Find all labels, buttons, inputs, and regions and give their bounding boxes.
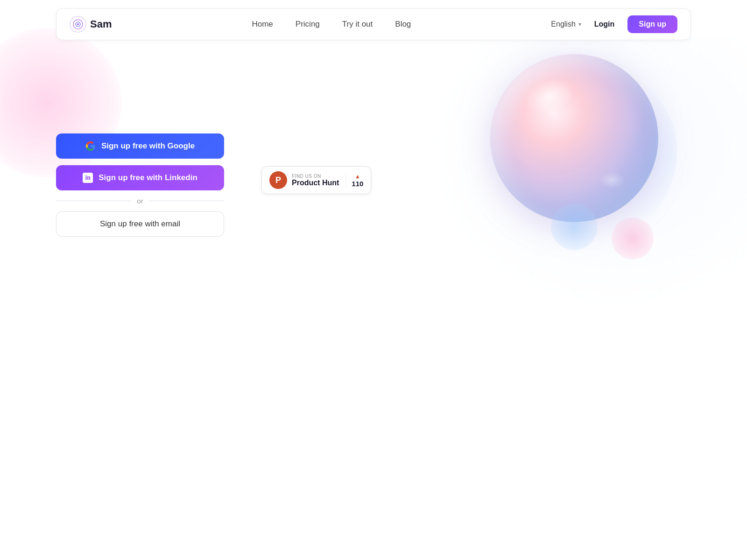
logo-icon	[70, 16, 86, 33]
language-label: English	[551, 20, 575, 28]
chevron-down-icon: ▾	[578, 21, 581, 28]
ph-name-label: Product Hunt	[292, 179, 339, 187]
product-hunt-badge[interactable]: P FIND US ON Product Hunt ▲ 110	[261, 166, 371, 194]
blob-blue	[551, 203, 598, 250]
nav-pricing[interactable]: Pricing	[296, 20, 320, 29]
logo-text: Sam	[90, 18, 112, 30]
linkedin-icon: in	[83, 173, 93, 183]
main-content: Sign up free with Google in Sign up free…	[0, 40, 747, 551]
or-label: or	[137, 197, 143, 205]
product-hunt-text: FIND US ON Product Hunt	[292, 174, 339, 187]
linkedin-signup-button[interactable]: in Sign up free with Linkedin	[56, 165, 224, 190]
navbar-nav: Home Pricing Try it out Blog	[252, 20, 411, 29]
ph-count: ▲ 110	[345, 173, 363, 188]
google-icon	[85, 141, 96, 151]
ph-arrow-icon: ▲	[355, 173, 360, 180]
linkedin-signup-label: Sign up free with Linkedin	[99, 173, 197, 182]
nav-try-it-out[interactable]: Try it out	[342, 20, 373, 29]
svg-point-3	[77, 23, 79, 25]
nav-home[interactable]: Home	[252, 20, 273, 29]
navbar-actions: English ▾ Login Sign up	[551, 15, 677, 33]
login-button[interactable]: Login	[589, 16, 620, 32]
language-selector[interactable]: English ▾	[551, 20, 581, 28]
auth-panel: Sign up free with Google in Sign up free…	[56, 133, 224, 237]
navbar: Sam Home Pricing Try it out Blog English…	[56, 8, 691, 40]
nav-blog[interactable]: Blog	[395, 20, 411, 29]
product-hunt-icon: P	[269, 171, 287, 189]
email-signup-label: Sign up free with email	[100, 219, 180, 229]
google-signup-label: Sign up free with Google	[101, 141, 195, 151]
blob-pink-small	[612, 217, 654, 259]
decorative-sphere	[490, 54, 658, 222]
ph-find-us-label: FIND US ON	[292, 174, 339, 179]
google-signup-button[interactable]: Sign up free with Google	[56, 133, 224, 159]
navbar-logo-area: Sam	[70, 16, 112, 33]
ph-icon-letter: P	[275, 175, 281, 185]
or-divider: or	[56, 197, 224, 205]
ph-number: 110	[352, 180, 363, 188]
email-signup-button[interactable]: Sign up free with email	[56, 211, 224, 237]
or-line-left	[56, 201, 131, 201]
signup-button[interactable]: Sign up	[627, 15, 677, 33]
or-line-right	[149, 201, 224, 201]
